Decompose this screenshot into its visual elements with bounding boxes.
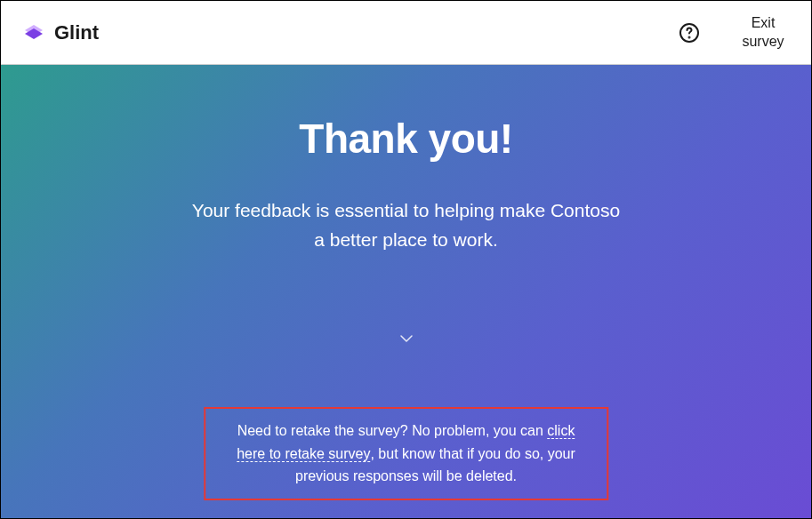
main-panel: Thank you! Your feedback is essential to…	[1, 65, 811, 518]
help-icon[interactable]	[678, 21, 701, 44]
header-right: Exit survey	[678, 14, 790, 52]
retake-survey-notice: Need to retake the survey? No problem, y…	[204, 407, 609, 500]
chevron-down-icon[interactable]	[399, 334, 414, 343]
thank-you-title: Thank you!	[299, 115, 512, 163]
svg-point-1	[689, 36, 690, 37]
header-left: Glint	[22, 21, 99, 44]
retake-prefix: Need to retake the survey? No problem, y…	[237, 423, 548, 438]
feedback-message: Your feedback is essential to helping ma…	[192, 196, 620, 254]
brand-name: Glint	[54, 21, 99, 44]
exit-survey-button[interactable]: Exit survey	[736, 14, 790, 52]
app-header: Glint Exit survey	[1, 1, 811, 65]
feedback-line-2: a better place to work.	[192, 226, 620, 255]
feedback-line-1: Your feedback is essential to helping ma…	[192, 196, 620, 226]
glint-logo-icon	[22, 21, 45, 44]
